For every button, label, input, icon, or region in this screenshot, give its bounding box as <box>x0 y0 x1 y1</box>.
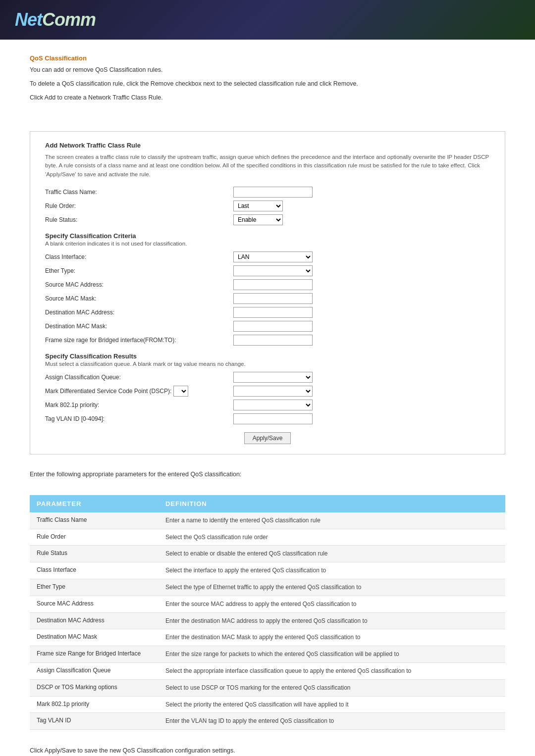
param-cell: Assign Classification Queue <box>30 662 159 679</box>
ether-type-select[interactable] <box>233 265 313 276</box>
def-cell: Select the priority the entered QoS clas… <box>159 696 505 713</box>
ether-type-label: Ether Type: <box>45 267 233 274</box>
table-row: Destination MAC AddressEnter the destina… <box>30 612 505 629</box>
mark-802-row: Mark 802.1p priority: <box>45 400 490 410</box>
apply-save-button[interactable]: Apply/Save <box>244 432 291 444</box>
rule-status-row: Rule Status: Enable <box>45 214 490 225</box>
param-cell: Traffic Class Name <box>30 512 159 529</box>
param-cell: Mark 802.1p priority <box>30 696 159 713</box>
param-cell: Class Interface <box>30 562 159 579</box>
def-cell: Enter a name to identify the entered QoS… <box>159 512 505 529</box>
def-cell: Select the interface to apply the entere… <box>159 562 505 579</box>
add-network-traffic-form: Add Network Traffic Class Rule The scree… <box>30 131 505 454</box>
def-cell: Enter the source MAC address to apply th… <box>159 596 505 612</box>
tag-vlan-input[interactable] <box>233 413 313 424</box>
footer-note: Click Apply/Save to save the new QoS Cla… <box>30 746 505 756</box>
table-row: Mark 802.1p prioritySelect the priority … <box>30 696 505 713</box>
rule-status-label: Rule Status: <box>45 216 233 223</box>
param-cell: Destination MAC Address <box>30 612 159 629</box>
logo-comm: Comm <box>42 9 96 30</box>
header: NetComm <box>0 0 535 40</box>
tag-vlan-row: Tag VLAN ID [0-4094]: <box>45 413 490 424</box>
results-header: Specify Classification Results <box>45 353 490 360</box>
table-body: Traffic Class NameEnter a name to identi… <box>30 512 505 730</box>
def-cell: Enter the destination MAC address to app… <box>159 612 505 629</box>
table-row: DSCP or TOS Marking optionsSelect to use… <box>30 679 505 696</box>
source-mac-mask-label: Source MAC Mask: <box>45 295 233 302</box>
table-row: Rule StatusSelect to enable or disable t… <box>30 546 505 562</box>
table-header: PARAMETER DEFINITION <box>30 495 505 512</box>
dest-mac-input[interactable] <box>233 307 313 318</box>
section-title: QoS Classification <box>30 54 505 62</box>
traffic-class-name-input[interactable] <box>233 187 313 198</box>
table-row: Destination MAC MaskEnter the destinatio… <box>30 629 505 646</box>
rule-status-select[interactable]: Enable <box>233 214 283 225</box>
assign-queue-select[interactable] <box>233 372 313 383</box>
table-row: Traffic Class NameEnter a name to identi… <box>30 512 505 529</box>
def-cell: Enter the VLAN tag ID to apply the enter… <box>159 713 505 730</box>
assign-queue-row: Assign Classification Queue: <box>45 372 490 383</box>
source-mac-input[interactable] <box>233 279 313 290</box>
main-content: QoS Classification You can add or remove… <box>0 40 535 121</box>
apply-row: Apply/Save <box>45 432 490 444</box>
mark-802-select[interactable] <box>233 400 313 410</box>
param-cell: Frame size Range for Bridged Interface <box>30 646 159 663</box>
frame-size-row: Frame size rage for Bridged interface(FR… <box>45 335 490 346</box>
dscp-option-select[interactable] <box>173 386 188 397</box>
class-interface-select[interactable]: LAN <box>233 252 313 262</box>
mark-802-label: Mark 802.1p priority: <box>45 402 233 408</box>
rule-order-select[interactable]: Last <box>233 201 283 211</box>
tag-vlan-label: Tag VLAN ID [0-4094]: <box>45 415 233 422</box>
def-cell: Select to use DSCP or TOS marking for th… <box>159 679 505 696</box>
def-cell: Select the QoS classification rule order <box>159 529 505 546</box>
def-cell: Select the type of Ethernet traffic to a… <box>159 579 505 596</box>
param-cell: Tag VLAN ID <box>30 713 159 730</box>
rule-order-label: Rule Order: <box>45 202 233 209</box>
logo-net: Net <box>15 9 42 30</box>
logo: NetComm <box>15 9 96 30</box>
param-cell: DSCP or TOS Marking options <box>30 679 159 696</box>
frame-size-input[interactable] <box>233 335 313 346</box>
col-param: PARAMETER <box>30 495 159 512</box>
def-cell: Enter the size range for packets to whic… <box>159 646 505 663</box>
desc2: To delete a QoS classification rule, cli… <box>30 79 505 89</box>
class-interface-row: Class Interface: LAN <box>45 252 490 262</box>
form-intro: The screen creates a traffic class rule … <box>45 153 490 179</box>
def-cell: Select to enable or disable the entered … <box>159 546 505 562</box>
criteria-header: Specify Classification Criteria <box>45 232 490 240</box>
table-row: Source MAC AddressEnter the source MAC a… <box>30 596 505 612</box>
desc1: You can add or remove QoS Classification… <box>30 65 505 75</box>
ether-type-row: Ether Type: <box>45 265 490 276</box>
table-row: Rule OrderSelect the QoS classification … <box>30 529 505 546</box>
desc3: Click Add to create a Network Traffic Cl… <box>30 93 505 102</box>
param-cell: Source MAC Address <box>30 596 159 612</box>
param-cell: Rule Status <box>30 546 159 562</box>
form-title: Add Network Traffic Class Rule <box>45 142 490 149</box>
source-mac-mask-input[interactable] <box>233 293 313 304</box>
dscp-label: Mark Differentiated Service Code Point (… <box>45 386 233 397</box>
dscp-row: Mark Differentiated Service Code Point (… <box>45 386 490 397</box>
parameter-table: PARAMETER DEFINITION Traffic Class NameE… <box>30 495 505 730</box>
param-cell: Ether Type <box>30 579 159 596</box>
criteria-sub: A blank criterion indicates it is not us… <box>45 241 490 247</box>
dest-mac-mask-label: Destination MAC Mask: <box>45 323 233 330</box>
dest-mac-row: Destination MAC Address: <box>45 307 490 318</box>
results-sub: Must select a classification queue. A bl… <box>45 361 490 367</box>
table-row: Assign Classification QueueSelect the ap… <box>30 662 505 679</box>
dest-mac-label: Destination MAC Address: <box>45 309 233 316</box>
traffic-class-name-row: Traffic Class Name: <box>45 187 490 198</box>
source-mac-label: Source MAC Address: <box>45 281 233 288</box>
col-def: DEFINITION <box>159 495 505 512</box>
def-cell: Select the appropriate interface classif… <box>159 662 505 679</box>
dest-mac-mask-row: Destination MAC Mask: <box>45 321 490 332</box>
source-mac-row: Source MAC Address: <box>45 279 490 290</box>
class-interface-label: Class Interface: <box>45 253 233 260</box>
source-mac-mask-row: Source MAC Mask: <box>45 293 490 304</box>
dscp-value-select[interactable] <box>233 386 313 397</box>
param-cell: Destination MAC Mask <box>30 629 159 646</box>
dest-mac-mask-input[interactable] <box>233 321 313 332</box>
table-row: Class InterfaceSelect the interface to a… <box>30 562 505 579</box>
assign-queue-label: Assign Classification Queue: <box>45 374 233 381</box>
traffic-class-name-label: Traffic Class Name: <box>45 189 233 196</box>
def-cell: Enter the destination MAC Mask to apply … <box>159 629 505 646</box>
